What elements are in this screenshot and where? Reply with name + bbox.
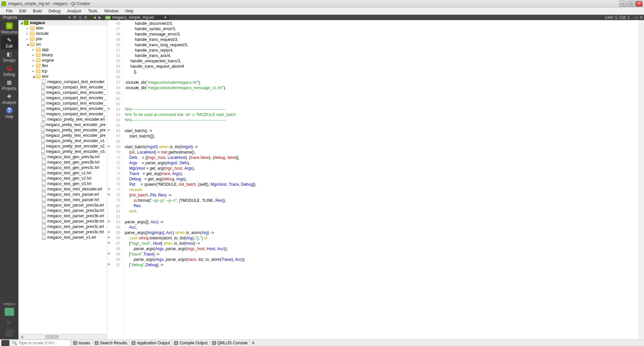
open-file-combo[interactable]: erl megaco_simple_mg.erl ▼ bbox=[102, 15, 169, 20]
tree-file[interactable]: megaco_text_parser_prev3c.erl bbox=[18, 224, 107, 229]
filter-icon[interactable]: ▾ bbox=[67, 15, 72, 20]
editor-vertical-scrollbar[interactable] bbox=[639, 20, 644, 339]
code-editor[interactable]: 4647484950515253545556575859606162636465… bbox=[107, 20, 644, 339]
tree-file[interactable]: megaco_text_parser_prev3b.hrl bbox=[18, 219, 107, 224]
run-button[interactable] bbox=[7, 319, 12, 326]
tree-file[interactable]: megaco_text_gen_prev3c.hrl bbox=[18, 165, 107, 170]
expand-icon[interactable]: ▸ bbox=[33, 53, 36, 57]
output-pane-tab[interactable]: 4Compile Output bbox=[172, 340, 209, 346]
expand-icon[interactable]: ▸ bbox=[26, 37, 30, 41]
expand-icon[interactable]: ◢ bbox=[26, 43, 30, 46]
expand-icon[interactable]: ▸ bbox=[33, 59, 36, 62]
menu-help[interactable]: Help bbox=[122, 8, 137, 14]
expand-icon[interactable]: ▸ bbox=[33, 48, 36, 51]
mode-analyze[interactable]: ✚ Analyze bbox=[1, 92, 18, 106]
tree-file[interactable]: megaco_text_mini_decoder.erl bbox=[18, 186, 107, 192]
tree-folder[interactable]: ▸engine bbox=[18, 58, 107, 63]
tree-file[interactable]: megaco_text_parser_v1.erl bbox=[18, 235, 107, 240]
tree-file[interactable]: megaco_compact_text_encoder_ bbox=[18, 95, 107, 101]
expand-icon[interactable]: ◢ bbox=[20, 21, 24, 24]
tree-file[interactable]: megaco_pretty_text_encoder.erl bbox=[18, 117, 107, 122]
output-pane-tab[interactable]: 1Issues bbox=[71, 340, 92, 346]
fold-icon[interactable] bbox=[108, 130, 110, 131]
tree-folder[interactable]: ▸app bbox=[18, 47, 107, 52]
tree-file[interactable]: megaco_compact_text_encoder_ bbox=[18, 111, 107, 117]
close-pane-icon[interactable]: ✕ bbox=[83, 15, 88, 20]
output-pane-tab[interactable]: 3Application Output bbox=[129, 340, 172, 346]
minimize-button[interactable]: — bbox=[619, 1, 627, 7]
tree-horizontal-scrollbar[interactable]: ◄ bbox=[18, 334, 107, 339]
tree-file[interactable]: megaco_compact_text_encoder_ bbox=[18, 90, 107, 95]
fold-icon[interactable] bbox=[108, 189, 110, 190]
menu-edit[interactable]: Edit bbox=[16, 8, 30, 14]
tree-file[interactable]: megaco_pretty_text_encoder_pre bbox=[18, 127, 107, 133]
tree-folder[interactable]: ▸ebin bbox=[18, 25, 107, 31]
fold-icon[interactable] bbox=[108, 253, 110, 255]
menu-tools[interactable]: Tools bbox=[85, 8, 101, 14]
tree-folder[interactable]: ▸priv bbox=[18, 36, 107, 42]
nav-back-icon[interactable]: ◄ bbox=[92, 15, 97, 20]
tree-file[interactable]: megaco_compact_text_encoder_ bbox=[18, 101, 107, 106]
expand-icon[interactable]: ◢ bbox=[33, 75, 36, 78]
nav-forward-icon[interactable]: ► bbox=[97, 15, 102, 20]
tree-file[interactable]: megaco_text_mini_parser.hrl bbox=[18, 197, 107, 203]
output-pane-tab[interactable]: 5QML/JS Console bbox=[210, 340, 250, 346]
tree-folder[interactable]: ▸flex bbox=[18, 63, 107, 68]
tree-file[interactable]: megaco_text_parser_prev3c.hrl bbox=[18, 229, 107, 235]
menu-window[interactable]: Window bbox=[101, 8, 122, 14]
tree-project-root[interactable]: ◢ megaco bbox=[18, 20, 107, 25]
mode-projects[interactable]: ▦ Projects bbox=[1, 78, 18, 92]
tree-folder[interactable]: ▸binary bbox=[18, 52, 107, 58]
mode-welcome[interactable]: Qt Welcome bbox=[1, 21, 18, 36]
tree-file[interactable]: megaco_pretty_text_encoder_v1. bbox=[18, 138, 107, 143]
expand-icon[interactable]: ▸ bbox=[26, 32, 30, 35]
fold-icon[interactable] bbox=[108, 237, 110, 239]
output-pane-tab[interactable]: 2Search Results bbox=[92, 340, 129, 346]
fold-icon[interactable] bbox=[108, 194, 110, 196]
expand-icon[interactable]: ▸ bbox=[26, 26, 30, 30]
mode-help[interactable]: ? Help bbox=[1, 106, 18, 120]
build-button[interactable] bbox=[6, 329, 13, 337]
tree-file[interactable]: megaco_pretty_text_encoder_pre bbox=[18, 133, 107, 138]
tree-file[interactable]: megaco_compact_text_encoder_ bbox=[18, 84, 107, 90]
pane-selector-button[interactable]: ≡ bbox=[250, 340, 256, 346]
editor-split-h-icon[interactable]: ▭ bbox=[633, 15, 639, 20]
fold-icon[interactable] bbox=[108, 232, 110, 233]
tree-file[interactable]: megaco_text_parser_prev3a.erl bbox=[18, 203, 107, 208]
kit-selector[interactable] bbox=[5, 308, 14, 316]
close-button[interactable]: ✕ bbox=[635, 1, 643, 7]
mode-design[interactable]: ◧ Design bbox=[1, 50, 18, 64]
tree-file[interactable]: megaco_text_parser_prev3b.erl bbox=[18, 213, 107, 219]
fold-icon[interactable] bbox=[108, 264, 110, 266]
tree-file[interactable]: megaco_text_gen_prev3a.hrl bbox=[18, 154, 107, 160]
tree-folder[interactable]: ▸include bbox=[18, 31, 107, 36]
mode-debug[interactable]: 🐞 Debug bbox=[1, 64, 18, 78]
expand-icon[interactable]: ▸ bbox=[33, 64, 36, 67]
split-icon[interactable]: ▯ bbox=[77, 15, 83, 20]
tree-file[interactable]: megaco_text_gen_prev3b.hrl bbox=[18, 160, 107, 165]
tree-file[interactable]: megaco_text_mini_parser.erl bbox=[18, 192, 107, 197]
tree-file[interactable]: megaco_text_gen_v3.hrl bbox=[18, 181, 107, 186]
tree-file[interactable]: megaco_compact_text_encoder_ bbox=[18, 106, 107, 111]
line-number-gutter[interactable]: 4647484950515253545556575859606162636465… bbox=[107, 20, 123, 339]
scrollbar-thumb[interactable] bbox=[45, 335, 59, 339]
tree-folder-text[interactable]: ◢ text bbox=[18, 74, 107, 79]
tree-file[interactable]: megaco_pretty_text_encoder_v2. bbox=[18, 143, 107, 149]
expand-icon[interactable]: ▸ bbox=[33, 69, 36, 73]
maximize-button[interactable]: ☐ bbox=[627, 1, 635, 7]
projects-combo[interactable]: Projects bbox=[0, 15, 20, 20]
tree-file[interactable]: megaco_pretty_text_encoder_pre bbox=[18, 122, 107, 127]
tree-file[interactable]: megaco_text_gen_v1.hrl bbox=[18, 170, 107, 176]
tree-file[interactable]: megaco_text_gen_v2.hrl bbox=[18, 176, 107, 181]
code-content[interactable]: handle_disconnect/3, handle_syntax_error… bbox=[123, 20, 639, 339]
fold-icon[interactable] bbox=[108, 242, 110, 244]
menu-build[interactable]: Build bbox=[30, 8, 45, 14]
fold-icon[interactable] bbox=[108, 221, 110, 223]
menu-analyze[interactable]: Analyze bbox=[64, 8, 85, 14]
fold-icon[interactable] bbox=[108, 108, 110, 110]
locator-input[interactable] bbox=[17, 340, 71, 346]
tree-file[interactable]: megaco_compact_text_encoder bbox=[18, 79, 107, 84]
tree-folder[interactable]: ▸tcp bbox=[18, 68, 107, 74]
tree-folder-src[interactable]: ◢ src bbox=[18, 42, 107, 47]
tree-file[interactable]: megaco_pretty_text_encoder_v3. bbox=[18, 149, 107, 154]
